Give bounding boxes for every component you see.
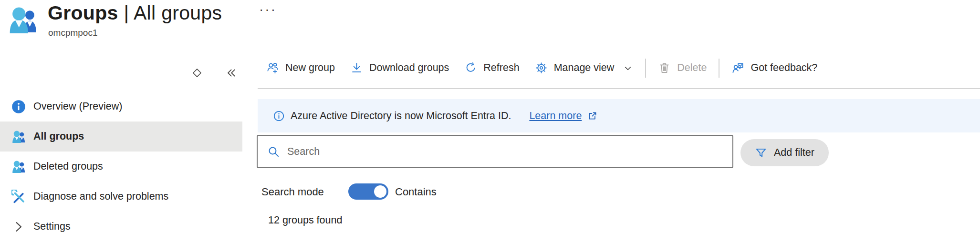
feedback-person-icon bbox=[731, 61, 744, 74]
add-filter-button[interactable]: Add filter bbox=[740, 139, 829, 166]
learn-more-link[interactable]: Learn more bbox=[529, 110, 582, 122]
gear-icon bbox=[535, 61, 548, 74]
search-icon bbox=[267, 145, 280, 158]
page-title-primary: Groups bbox=[48, 2, 118, 24]
search-input[interactable] bbox=[280, 146, 732, 158]
command-bar: New group Download groups Refresh bbox=[258, 48, 980, 89]
download-groups-button[interactable]: Download groups bbox=[343, 61, 457, 74]
banner-message: Azure Active Directory is now Microsoft … bbox=[291, 110, 511, 122]
sidebar-item-label: Deleted groups bbox=[33, 161, 103, 172]
sidebar-menu: Overview (Preview) All groups bbox=[0, 91, 242, 242]
filter-icon bbox=[755, 147, 767, 159]
sidebar-item-all-groups[interactable]: All groups bbox=[0, 122, 242, 152]
groups-icon bbox=[11, 160, 26, 174]
search-box bbox=[257, 135, 733, 168]
trash-icon bbox=[658, 61, 671, 74]
sidebar-item-overview[interactable]: Overview (Preview) bbox=[0, 91, 242, 122]
double-chevron-left-icon bbox=[225, 67, 237, 79]
button-label: Add filter bbox=[774, 147, 814, 159]
page-title: Groups | All groups bbox=[48, 2, 222, 24]
results-count: 12 groups found bbox=[268, 214, 342, 226]
sidebar-item-label: Overview (Preview) bbox=[33, 101, 122, 112]
button-label: Got feedback? bbox=[751, 62, 817, 74]
sidebar-item-diagnose[interactable]: Diagnose and solve problems bbox=[0, 182, 242, 212]
groups-icon bbox=[11, 130, 26, 144]
sidebar-item-label: Diagnose and solve problems bbox=[33, 191, 168, 202]
got-feedback-button[interactable]: Got feedback? bbox=[724, 61, 825, 74]
page-title-secondary: | All groups bbox=[124, 2, 222, 24]
refresh-icon bbox=[464, 61, 477, 74]
new-group-button[interactable]: New group bbox=[259, 61, 343, 74]
download-icon bbox=[350, 61, 363, 74]
search-mode-value: Contains bbox=[395, 186, 437, 198]
sidebar-item-settings[interactable]: Settings bbox=[0, 212, 242, 242]
sidebar-item-label: Settings bbox=[33, 221, 71, 233]
button-label: Manage view bbox=[554, 62, 615, 74]
sidebar-item-label: All groups bbox=[33, 131, 84, 142]
collapse-sidebar-button[interactable] bbox=[224, 66, 238, 80]
search-mode-toggle[interactable] bbox=[348, 183, 388, 200]
manage-view-button[interactable]: Manage view bbox=[527, 61, 641, 74]
groups-page-icon bbox=[8, 6, 38, 34]
directory-name: omcpmpoc1 bbox=[48, 28, 98, 38]
more-options-button[interactable]: ··· bbox=[259, 3, 277, 16]
search-mode-label: Search mode bbox=[261, 186, 324, 198]
chevron-right-icon bbox=[11, 220, 26, 234]
chevron-down-icon bbox=[623, 63, 633, 73]
entra-info-banner: Azure Active Directory is now Microsoft … bbox=[258, 99, 980, 132]
toggle-knob bbox=[374, 185, 386, 198]
sidebar: Overview (Preview) All groups bbox=[0, 48, 242, 243]
toolbar-divider bbox=[719, 59, 719, 78]
button-label: Refresh bbox=[483, 62, 519, 74]
add-person-icon bbox=[266, 61, 279, 74]
info-outline-icon bbox=[273, 111, 284, 122]
info-icon bbox=[11, 100, 26, 114]
main-content: New group Download groups Refresh bbox=[258, 48, 980, 243]
button-label: Delete bbox=[677, 62, 707, 74]
search-mode-row: Search mode Contains bbox=[261, 182, 980, 203]
sidebar-item-deleted-groups[interactable]: Deleted groups bbox=[0, 152, 242, 182]
button-label: New group bbox=[285, 62, 335, 74]
resize-sidebar-button[interactable] bbox=[190, 66, 204, 80]
button-label: Download groups bbox=[369, 62, 449, 74]
delete-button[interactable]: Delete bbox=[650, 61, 714, 74]
toolbar-divider bbox=[645, 59, 646, 78]
groups-page: Groups | All groups ··· omcpmpoc1 Overvi… bbox=[0, 0, 980, 243]
external-link-icon bbox=[587, 111, 598, 121]
refresh-button[interactable]: Refresh bbox=[457, 61, 527, 74]
diamond-icon bbox=[191, 67, 203, 79]
tools-icon bbox=[11, 190, 26, 204]
